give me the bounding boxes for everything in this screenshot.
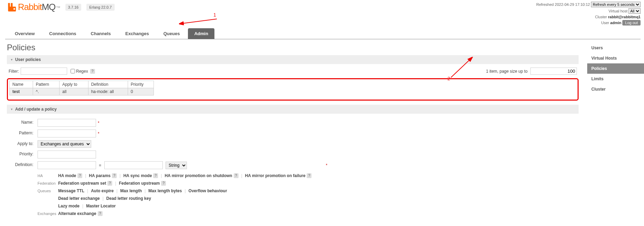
hint-max-length-bytes[interactable]: Max length bytes <box>148 188 182 193</box>
hint-dlx[interactable]: Dead letter exchange <box>58 196 100 201</box>
rabbitmq-icon <box>7 2 17 12</box>
required-marker: * <box>326 163 327 168</box>
erlang-version-badge: Erlang 22.0.7 <box>86 4 114 11</box>
form-definition-label: Definition: <box>8 160 35 218</box>
help-icon[interactable]: ? <box>161 181 166 186</box>
hint-message-ttl[interactable]: Message TTL <box>58 188 84 193</box>
user-label: User <box>601 21 609 25</box>
refresh-interval-select[interactable]: Refresh every 5 seconds <box>591 2 641 7</box>
table-row[interactable]: test ^. all ha-mode: all 0 <box>10 88 154 95</box>
cluster-label: Cluster <box>595 15 607 19</box>
th-pattern[interactable]: Pattern <box>33 81 59 88</box>
sidebar-item-policies[interactable]: Policies <box>587 63 644 74</box>
th-definition[interactable]: Definition <box>88 81 128 88</box>
hint-ha-mirror-failure[interactable]: HA mirror promotion on failure <box>245 173 306 178</box>
pattern-input[interactable] <box>38 130 96 137</box>
help-icon[interactable]: ? <box>234 173 239 178</box>
cluster-value: rabbit@rabbitmq1 <box>608 15 641 19</box>
refreshed-label: Refreshed <box>536 2 554 7</box>
hint-overflow[interactable]: Overflow behaviour <box>189 188 227 193</box>
th-priority[interactable]: Priority <box>128 81 154 88</box>
filter-label: Filter: <box>9 69 19 74</box>
policy-table: Name Pattern Apply to Definition Priorit… <box>9 81 154 95</box>
hint-queues-label: Queues <box>38 189 58 193</box>
tab-exchanges[interactable]: Exchanges <box>119 28 155 39</box>
tab-overview[interactable]: Overview <box>9 28 41 39</box>
vhost-select[interactable]: All <box>629 8 641 14</box>
cell-pattern: ^. <box>33 88 59 95</box>
tab-admin[interactable]: Admin <box>188 28 214 39</box>
hint-ha-mirror-shutdown[interactable]: HA mirror promotion on shutdown <box>165 173 232 178</box>
regex-checkbox[interactable] <box>71 69 75 73</box>
help-icon[interactable]: ? <box>98 211 103 216</box>
regex-help-icon[interactable]: ? <box>90 69 95 74</box>
help-icon[interactable]: ? <box>153 173 158 178</box>
form-name-label: Name: <box>8 118 35 128</box>
hint-dlk[interactable]: Dead letter routing key <box>106 196 151 201</box>
required-marker: * <box>98 121 99 125</box>
sidebar-item-limits[interactable]: Limits <box>587 74 644 84</box>
th-name[interactable]: Name <box>10 81 33 88</box>
hint-fed-upstream[interactable]: Federation upstream <box>119 181 160 186</box>
policy-table-annotation-box: Name Pattern Apply to Definition Priorit… <box>7 78 579 101</box>
cell-name: test <box>10 88 33 95</box>
tab-channels[interactable]: Channels <box>85 28 117 39</box>
version-badge: 3.7.16 <box>65 4 82 11</box>
help-icon[interactable]: ? <box>77 173 82 178</box>
hint-exchanges-label: Exchanges <box>38 212 58 216</box>
filter-input[interactable] <box>21 68 67 75</box>
hint-lazy-mode[interactable]: Lazy mode <box>58 204 80 208</box>
logo[interactable]: RabbitMQ TM <box>7 2 60 12</box>
refreshed-time: 2022-04-29 17:10:12 <box>555 2 590 7</box>
hint-ha-label: HA <box>38 174 58 178</box>
vhost-label: Virtual host <box>609 9 627 13</box>
definition-type-select[interactable]: String <box>166 162 187 169</box>
cell-definition: ha-mode: all <box>88 88 128 95</box>
hint-fed-upstream-set[interactable]: Federation upstream set <box>58 181 106 186</box>
hint-master-locator[interactable]: Master Locator <box>86 204 116 208</box>
priority-input[interactable] <box>38 151 96 158</box>
hint-ha-sync-mode[interactable]: HA sync mode <box>123 173 152 178</box>
admin-sidebar: Users Virtual Hosts Policies Limits Clus… <box>587 43 644 226</box>
help-icon[interactable]: ? <box>112 173 117 178</box>
form-apply-to-label: Apply to: <box>8 139 35 149</box>
page-title: Policies <box>7 43 579 52</box>
hint-ha-mode[interactable]: HA mode <box>58 173 76 178</box>
regex-label: Regex <box>76 69 88 74</box>
th-apply-to[interactable]: Apply to <box>60 81 88 88</box>
svg-rect-0 <box>8 3 10 7</box>
logo-tm: TM <box>56 6 60 9</box>
user-value: admin <box>610 21 621 25</box>
help-icon[interactable]: ? <box>107 181 112 186</box>
section-add-update-policy[interactable]: Add / update a policy <box>7 105 579 114</box>
tab-connections[interactable]: Connections <box>43 28 83 39</box>
hint-max-length[interactable]: Max length <box>120 188 142 193</box>
hint-federation-label: Federation <box>38 181 58 185</box>
svg-rect-3 <box>13 8 15 9</box>
definition-value-input[interactable] <box>104 161 163 169</box>
page-info-text: 1 item, page size up to <box>486 69 528 74</box>
required-marker: * <box>98 131 99 136</box>
main-tabs: Overview Connections Channels Exchanges … <box>5 28 641 39</box>
hint-auto-expire[interactable]: Auto expire <box>91 188 114 193</box>
equals-sign: = <box>99 163 101 168</box>
logout-button[interactable]: Log out <box>622 20 641 25</box>
sidebar-item-virtual-hosts[interactable]: Virtual Hosts <box>587 53 644 63</box>
apply-to-select[interactable]: Exchanges and queues <box>38 140 91 148</box>
cell-priority: 0 <box>128 88 154 95</box>
section-user-policies[interactable]: User policies <box>7 55 579 64</box>
name-input[interactable] <box>38 119 96 127</box>
help-icon[interactable]: ? <box>307 173 312 178</box>
tab-queues[interactable]: Queues <box>157 28 186 39</box>
definition-key-input[interactable] <box>38 161 96 169</box>
page-size-input[interactable] <box>530 68 577 75</box>
cell-apply-to: all <box>60 88 88 95</box>
hint-alternate-exchange[interactable]: Alternate exchange <box>58 211 96 216</box>
form-priority-label: Priority: <box>8 150 35 160</box>
sidebar-item-users[interactable]: Users <box>587 43 644 53</box>
svg-rect-1 <box>11 3 12 7</box>
sidebar-item-cluster[interactable]: Cluster <box>587 84 644 94</box>
form-pattern-label: Pattern: <box>8 129 35 138</box>
logo-text-primary: Rabbit <box>18 2 42 12</box>
hint-ha-params[interactable]: HA params <box>89 173 110 178</box>
